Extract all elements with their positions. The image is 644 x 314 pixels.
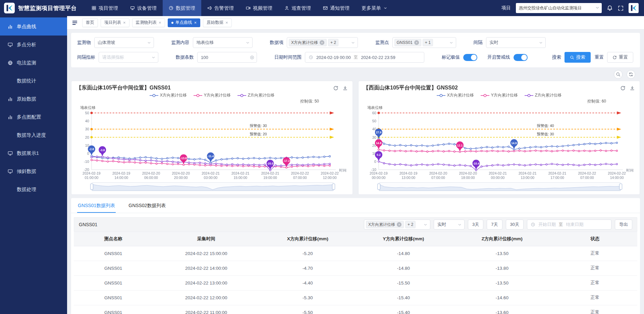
legend-item[interactable]: X方向累计位移 [150, 92, 187, 98]
brush-handle-left[interactable] [377, 184, 380, 190]
reset-button[interactable]: 重置 [607, 52, 633, 63]
svg-text:报警值: 30: 报警值: 30 [250, 124, 267, 128]
table-date-range-picker[interactable]: 开始日期至结束日期 [527, 219, 611, 230]
project-select[interactable]: 惠州交投绿色矿山自动化监测项目 [516, 3, 602, 13]
tab-raw-data[interactable]: 原始数据× [203, 18, 232, 27]
brush-handle-right[interactable] [619, 184, 622, 190]
reset-icon [620, 85, 626, 91]
tag-close-icon[interactable]: × [397, 222, 401, 227]
tag-close-icon[interactable]: × [320, 40, 324, 45]
sidebar-item-data-import[interactable]: 数据导入进度 [0, 126, 67, 144]
brush-handle-left[interactable] [90, 184, 93, 190]
quick-range-button-0[interactable]: 3天 [468, 219, 483, 230]
data-item-select[interactable]: X方向累计位移×+ 2 [287, 37, 358, 48]
alert-line-toggle[interactable] [514, 54, 528, 61]
legend-item[interactable]: Z方向累计位移 [525, 92, 561, 98]
nav-item-devices[interactable]: 设备管理 [124, 0, 163, 16]
tab-close-icon[interactable]: × [123, 20, 126, 25]
chart-download-icon[interactable] [630, 85, 635, 91]
interval-select[interactable]: 实时 [486, 37, 546, 48]
nav-item-projects[interactable]: 项目管理 [86, 0, 124, 16]
legend-item[interactable]: Z方向累计位移 [237, 92, 274, 98]
sidebar-item-raw-data[interactable]: 原始数据 [0, 90, 67, 108]
charts-sync-icon[interactable] [627, 70, 635, 79]
monitor-object-select[interactable]: 山体滑坡 [94, 37, 154, 48]
tab-single-curve[interactable]: 单点曲线× [168, 18, 201, 27]
chart-datazoom-brush[interactable] [92, 182, 334, 191]
tab-close-icon[interactable]: × [159, 20, 161, 25]
fullscreen-icon[interactable] [618, 5, 624, 11]
chart-datazoom-brush[interactable] [379, 182, 621, 191]
tag-close-icon[interactable]: × [414, 40, 419, 45]
quick-range-button-1[interactable]: 7天 [487, 219, 502, 230]
chart-download-icon[interactable] [342, 85, 348, 91]
date-range-picker[interactable]: 2024-02-19 00:00至2024-02-22 23:59 [305, 52, 424, 63]
quick-range-button-2[interactable]: 30天 [506, 219, 524, 230]
svg-text:07:00:00: 07:00:00 [580, 176, 594, 180]
sidebar-item-multi-chart-config[interactable]: 多点图配置 [0, 108, 67, 126]
caret-down-icon [147, 41, 151, 45]
table-row[interactable]: GNSS012024-02-22 15:00:00-5.20-14.80-13.… [74, 246, 637, 261]
table-row[interactable]: GNSS012024-02-22 14:00:00-4.70-14.80-13.… [74, 261, 637, 275]
nav-item-video[interactable]: 视频管理 [240, 0, 278, 16]
line-chart[interactable]: 地表位移-1001020304050602024-02-1900:00:0020… [363, 104, 635, 181]
sidebar-item-data-display1[interactable]: 数据展示1 [0, 144, 67, 162]
tab-close-icon[interactable]: × [225, 20, 228, 25]
chart-refresh-icon[interactable] [620, 85, 626, 91]
svg-text:-10: -10 [371, 168, 376, 172]
datalist-title: GNSS01 [79, 222, 97, 227]
nav-item-alarm[interactable]: 告警管理 [201, 0, 240, 16]
line-chart[interactable]: 地表位移-20-10010203040502024-02-1901:00:002… [76, 104, 348, 181]
sidebar-item-data-stats[interactable]: 数据统计 [0, 72, 67, 90]
datalist-tab-gnss01[interactable]: GNSS01数据列表 [77, 201, 116, 213]
legend-item[interactable]: X方向累计位移 [437, 92, 474, 98]
legend-item[interactable]: Y方向累计位移 [481, 92, 518, 98]
sidebar-item-single-curve[interactable]: 单点曲线 [0, 17, 67, 36]
chart-refresh-icon[interactable] [333, 85, 338, 91]
notifications-bell-icon[interactable] [607, 5, 613, 11]
sidebar-item-incline-data[interactable]: 倾斜数据 [0, 162, 67, 180]
sidebar-item-electrical[interactable]: 电法监测 [0, 54, 67, 72]
svg-text:13:00:00: 13:00:00 [401, 176, 415, 180]
interval-metric-select[interactable]: 请选择指标 [99, 52, 158, 63]
svg-text:时间: 时间 [626, 168, 634, 172]
mark-extreme-toggle[interactable] [463, 54, 477, 61]
chart-bar-icon [8, 97, 13, 102]
data-count-input[interactable]: 100 [197, 52, 257, 63]
table-row[interactable]: GNSS012024-02-22 13:00:00-4.40-15.50-13.… [74, 275, 637, 290]
tab-label: 原始数据 [207, 20, 223, 25]
nav-item-data[interactable]: 数据管理 [163, 0, 201, 16]
monitor-point-select[interactable]: GNSS01×+ 1 [392, 37, 456, 48]
nav-item-more[interactable]: 更多菜单 [356, 0, 393, 16]
svg-text:2024-02-19: 2024-02-19 [83, 172, 101, 175]
sync-icon [629, 72, 633, 77]
export-button[interactable]: 导出 [615, 219, 632, 230]
caret-down-icon [246, 41, 250, 45]
nav-item-patrol[interactable]: 巡查管理 [278, 0, 317, 16]
search-button[interactable]: 搜索 [565, 52, 591, 63]
table-row[interactable]: GNSS012024-02-22 11:00:00-5.50-15.40-13.… [74, 305, 637, 314]
nav-item-notice[interactable]: 通知管理 [317, 0, 356, 16]
svg-text:50: 50 [372, 119, 376, 123]
tab-close-icon[interactable]: × [194, 20, 197, 25]
svg-text:00:00:00: 00:00:00 [491, 176, 505, 180]
legend-item[interactable]: Y方向累计位移 [194, 92, 231, 98]
charts-zoom-icon[interactable] [614, 70, 623, 79]
tab-monitor-list[interactable]: 监测物列表× [132, 18, 165, 27]
menu-collapse-icon[interactable] [72, 20, 78, 26]
svg-text:2024-02-19: 2024-02-19 [112, 172, 130, 175]
table-metric-select[interactable]: X方向累计位移×+ 2 [364, 219, 430, 230]
monitor-content-select[interactable]: 地表位移 [193, 37, 253, 48]
svg-text:报警值: 40: 报警值: 40 [537, 124, 554, 128]
brush-handle-right[interactable] [332, 184, 335, 190]
tab-home[interactable]: 首页 [82, 18, 98, 27]
caret-down-icon [351, 41, 355, 45]
avatar[interactable] [629, 3, 639, 13]
sidebar-item-multi-analysis[interactable]: 多点分析 [0, 36, 67, 54]
svg-text:2024-02-22: 2024-02-22 [321, 172, 339, 175]
table-row[interactable]: GNSS012024-02-22 12:00:00-5.30-15.40-14.… [74, 290, 637, 305]
datalist-tab-gnss02[interactable]: GNSS02数据列表 [128, 201, 166, 213]
sidebar-item-data-process[interactable]: 数据处理 [0, 180, 67, 198]
table-interval-select[interactable]: 实时 [434, 219, 465, 230]
tab-project-list[interactable]: 项目列表× [101, 18, 129, 27]
